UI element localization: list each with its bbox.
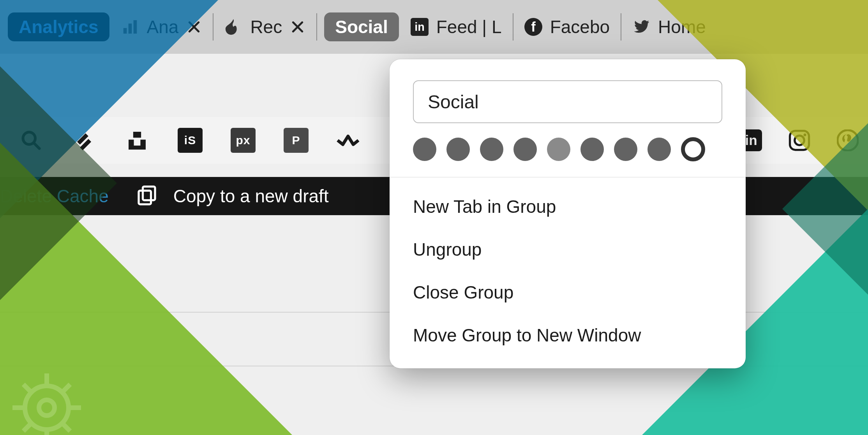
color-swatch[interactable] — [580, 138, 604, 161]
menu-close-group[interactable]: Close Group — [390, 271, 746, 314]
stage: Analytics Ana Rec Social in — [0, 0, 868, 435]
color-swatch[interactable] — [480, 138, 503, 161]
color-swatch-selected[interactable] — [681, 137, 705, 161]
color-swatch[interactable] — [513, 138, 537, 161]
tab-group-context-menu: New Tab in Group Ungroup Close Group Mov… — [390, 59, 746, 368]
menu-divider — [390, 177, 746, 177]
tab-divider — [621, 13, 621, 41]
tab-facebook[interactable]: f Facebo — [517, 0, 617, 54]
tab-divider — [513, 13, 513, 41]
twitter-icon — [632, 18, 650, 36]
linkedin-icon: in — [411, 18, 429, 36]
tab-linkedin[interactable]: in Feed | L — [403, 0, 510, 54]
svg-point-0 — [25, 386, 69, 430]
color-swatch[interactable] — [547, 138, 570, 161]
tab-divider — [316, 13, 317, 41]
svg-text:f: f — [531, 19, 536, 34]
tab-label: Feed | L — [436, 16, 502, 37]
close-icon[interactable] — [290, 19, 305, 35]
flame-icon — [224, 18, 242, 36]
tab-label: Facebo — [550, 16, 610, 37]
color-swatch[interactable] — [614, 138, 637, 161]
color-swatch[interactable] — [647, 138, 671, 161]
menu-new-tab-in-group[interactable]: New Tab in Group — [390, 185, 746, 228]
tab-group-chip-social[interactable]: Social — [324, 12, 399, 41]
menu-ungroup[interactable]: Ungroup — [390, 228, 746, 271]
facebook-icon: f — [524, 18, 542, 36]
group-color-swatches — [390, 137, 746, 177]
gear-watermark-icon — [8, 369, 86, 435]
menu-move-to-new-window[interactable]: Move Group to New Window — [390, 314, 746, 357]
decor-triangle — [0, 66, 117, 300]
color-swatch[interactable] — [446, 138, 470, 161]
svg-point-1 — [39, 400, 55, 416]
decor-triangle — [782, 123, 868, 295]
tab-label: Rec — [250, 16, 282, 37]
svg-text:in: in — [415, 21, 425, 33]
tab-recent[interactable]: Rec — [217, 0, 313, 54]
color-swatch[interactable] — [413, 138, 436, 161]
wave-icon[interactable] — [337, 128, 362, 153]
group-name-input[interactable] — [413, 80, 722, 123]
